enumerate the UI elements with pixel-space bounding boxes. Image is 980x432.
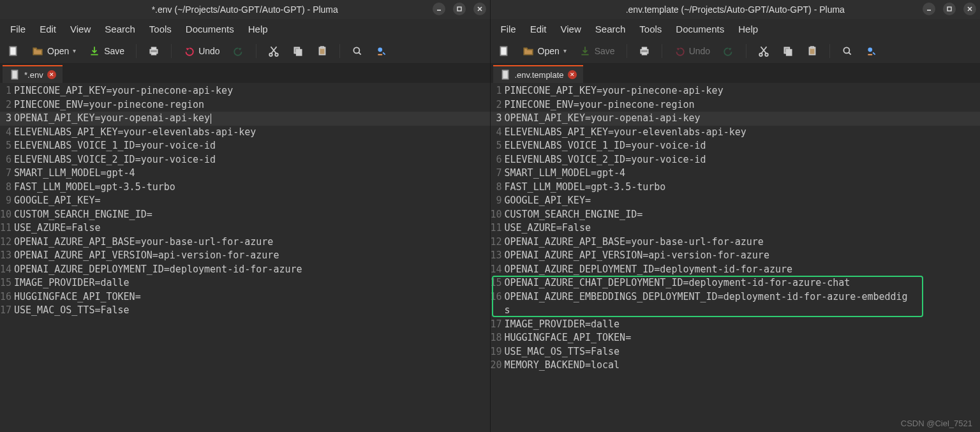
menu-edit[interactable]: Edit xyxy=(33,21,63,37)
svg-rect-8 xyxy=(296,49,301,55)
paste-button[interactable] xyxy=(803,43,822,59)
cut-button[interactable] xyxy=(264,43,283,59)
text-editor[interactable]: 1PINECONE_API_KEY=your-pinecone-api-key2… xyxy=(491,83,981,432)
editor-line[interactable]: 17IMAGE_PROVIDER=dalle xyxy=(491,318,981,332)
editor-line[interactable]: 10CUSTOM_SEARCH_ENGINE_ID= xyxy=(0,208,490,222)
file-tab[interactable]: *.env ✕ xyxy=(3,65,63,83)
line-content: FAST_LLM_MODEL=gpt-3.5-turbo xyxy=(505,181,666,195)
editor-line[interactable]: 13OPENAI_AZURE_API_VERSION=api-version-f… xyxy=(491,249,981,263)
tab-label: *.env xyxy=(24,70,43,80)
editor-line[interactable]: 11USE_AZURE=False xyxy=(491,221,981,235)
line-content: ELEVENLABS_VOICE_2_ID=your-voice-id xyxy=(14,153,216,167)
replace-button[interactable] xyxy=(862,43,881,59)
menu-help[interactable]: Help xyxy=(732,21,764,37)
editor-line[interactable]: 11USE_AZURE=False xyxy=(0,221,490,235)
editor-line[interactable]: 5ELEVENLABS_VOICE_1_ID=your-voice-id xyxy=(0,139,490,153)
undo-icon xyxy=(183,45,195,57)
editor-line[interactable]: 14OPENAI_AZURE_DEPLOYMENT_ID=deployment-… xyxy=(0,263,490,277)
line-content: MEMORY_BACKEND=local xyxy=(505,359,620,373)
svg-point-25 xyxy=(844,47,850,53)
editor-line[interactable]: 18HUGGINGFACE_API_TOKEN= xyxy=(491,331,981,345)
menu-documents[interactable]: Documents xyxy=(179,21,241,37)
editor-line[interactable]: 2PINECONE_ENV=your-pinecone-region xyxy=(0,98,490,112)
cut-button[interactable] xyxy=(754,43,773,59)
menu-file[interactable]: File xyxy=(494,21,523,37)
copy-button[interactable] xyxy=(778,43,798,59)
menu-file[interactable]: File xyxy=(4,21,32,37)
replace-button[interactable] xyxy=(372,43,391,59)
menu-documents[interactable]: Documents xyxy=(669,21,731,37)
close-tab-button[interactable]: ✕ xyxy=(47,70,56,79)
editor-line[interactable]: 3OPENAI_API_KEY=your-openai-api-key xyxy=(0,112,490,126)
close-button[interactable] xyxy=(473,3,486,15)
copy-button[interactable] xyxy=(288,43,308,59)
line-content: OPENAI_AZURE_EMBEDDINGS_DEPLOYMENT_ID=de… xyxy=(505,290,908,304)
menu-tools[interactable]: Tools xyxy=(143,21,178,37)
editor-line[interactable]: 13OPENAI_AZURE_API_VERSION=api-version-f… xyxy=(0,249,490,263)
editor-line[interactable]: 12OPENAI_AZURE_API_BASE=your-base-url-fo… xyxy=(491,235,981,250)
editor-line[interactable]: 7SMART_LLM_MODEL=gpt-4 xyxy=(491,167,981,181)
minimize-button[interactable] xyxy=(923,3,935,15)
editor-line[interactable]: 14OPENAI_AZURE_DEPLOYMENT_ID=deployment-… xyxy=(491,263,981,277)
print-button[interactable] xyxy=(144,43,163,59)
menu-view[interactable]: View xyxy=(554,21,588,37)
menu-edit[interactable]: Edit xyxy=(524,21,553,37)
menu-search[interactable]: Search xyxy=(589,21,632,37)
editor-line[interactable]: 20MEMORY_BACKEND=local xyxy=(491,359,981,373)
editor-line[interactable]: 7SMART_LLM_MODEL=gpt-4 xyxy=(0,167,490,181)
save-icon xyxy=(89,45,100,57)
find-button[interactable] xyxy=(838,43,857,59)
menu-search[interactable]: Search xyxy=(98,21,142,37)
menubar: FileEditViewSearchToolsDocumentsHelp xyxy=(491,19,981,38)
line-number: 11 xyxy=(0,221,14,235)
find-button[interactable] xyxy=(348,43,367,59)
editor-line[interactable]: 2PINECONE_ENV=your-pinecone-region xyxy=(491,98,981,112)
editor-line[interactable]: 4ELEVENLABS_API_KEY=your-elevenlabs-api-… xyxy=(491,126,981,140)
editor-line[interactable]: 9GOOGLE_API_KEY= xyxy=(0,194,490,208)
print-button[interactable] xyxy=(635,43,654,59)
line-content: USE_AZURE=False xyxy=(505,221,591,235)
titlebar[interactable]: .env.template (~/Projects/Auto-GPT/Auto-… xyxy=(491,0,981,19)
open-label: Open xyxy=(47,46,69,56)
maximize-button[interactable] xyxy=(453,3,466,15)
new-file-button[interactable] xyxy=(494,43,514,59)
save-button[interactable]: Save xyxy=(85,43,128,59)
maximize-button[interactable] xyxy=(943,3,956,15)
editor-line[interactable]: 6ELEVENLABS_VOICE_2_ID=your-voice-id xyxy=(0,153,490,167)
undo-button[interactable]: Undo xyxy=(179,43,223,59)
editor-line[interactable]: 15OPENAI_AZURE_CHAT_DEPLOYMENT_ID=deploy… xyxy=(491,276,981,290)
titlebar[interactable]: *.env (~/Projects/Auto-GPT/Auto-GPT) - P… xyxy=(0,0,490,19)
editor-line[interactable]: 9GOOGLE_API_KEY= xyxy=(491,194,981,208)
editor-line[interactable]: 4ELEVENLABS_API_KEY=your-elevenlabs-api-… xyxy=(0,126,490,140)
new-file-button[interactable] xyxy=(4,43,23,59)
file-tab[interactable]: .env.template ✕ xyxy=(493,65,583,83)
editor-line[interactable]: 19USE_MAC_OS_TTS=False xyxy=(491,345,981,359)
menu-tools[interactable]: Tools xyxy=(633,21,668,37)
close-tab-button[interactable]: ✕ xyxy=(568,70,577,79)
editor-line[interactable]: 3OPENAI_API_KEY=your-openai-api-key xyxy=(491,112,981,126)
editor-line[interactable]: 15IMAGE_PROVIDER=dalle xyxy=(0,276,490,290)
text-editor[interactable]: 1PINECONE_API_KEY=your-pinecone-api-key2… xyxy=(0,83,490,432)
menu-view[interactable]: View xyxy=(64,21,97,37)
editor-line[interactable]: 12OPENAI_AZURE_API_BASE=your-base-url-fo… xyxy=(0,235,490,250)
editor-line[interactable]: 6ELEVENLABS_VOICE_2_ID=your-voice-id xyxy=(491,153,981,167)
open-button[interactable]: Open ▾ xyxy=(28,43,80,59)
open-button[interactable]: Open ▾ xyxy=(519,43,570,59)
paste-button[interactable] xyxy=(313,43,332,59)
line-number: 13 xyxy=(491,249,505,263)
editor-line[interactable]: 1PINECONE_API_KEY=your-pinecone-api-key xyxy=(0,84,490,98)
minimize-button[interactable] xyxy=(433,3,445,15)
save-button: Save xyxy=(575,43,619,59)
menu-help[interactable]: Help xyxy=(242,21,274,37)
editor-line[interactable]: 8FAST_LLM_MODEL=gpt-3.5-turbo xyxy=(491,181,981,195)
close-button[interactable] xyxy=(963,3,976,15)
editor-line[interactable]: 10CUSTOM_SEARCH_ENGINE_ID= xyxy=(491,208,981,222)
line-content: OPENAI_AZURE_DEPLOYMENT_ID=deployment-id… xyxy=(14,263,302,277)
editor-line[interactable]: 5ELEVENLABS_VOICE_1_ID=your-voice-id xyxy=(491,139,981,153)
editor-line[interactable]: 17USE_MAC_OS_TTS=False xyxy=(0,304,490,318)
editor-line[interactable]: 1PINECONE_API_KEY=your-pinecone-api-key xyxy=(491,84,981,98)
editor-line[interactable]: 16OPENAI_AZURE_EMBEDDINGS_DEPLOYMENT_ID=… xyxy=(491,290,981,304)
line-content: OPENAI_AZURE_API_VERSION=api-version-for… xyxy=(14,249,279,263)
editor-line[interactable]: 16HUGGINGFACE_API_TOKEN= xyxy=(0,290,490,304)
editor-line[interactable]: 8FAST_LLM_MODEL=gpt-3.5-turbo xyxy=(0,181,490,195)
